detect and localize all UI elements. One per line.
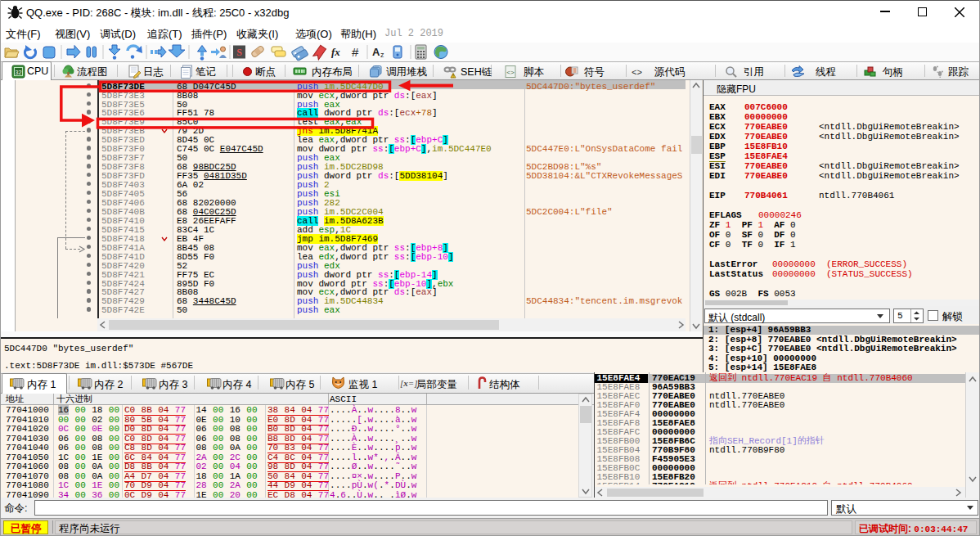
- svg-text:<>: <>: [506, 68, 515, 75]
- svg-text:z: z: [380, 51, 384, 59]
- svg-text:#: #: [352, 45, 359, 59]
- svg-text:S: S: [236, 47, 242, 58]
- svg-text:fx: fx: [331, 46, 340, 58]
- svg-text:32: 32: [16, 69, 22, 74]
- svg-text:A: A: [372, 46, 380, 58]
- svg-text:!: !: [452, 73, 453, 78]
- svg-text:<>: <>: [632, 67, 642, 77]
